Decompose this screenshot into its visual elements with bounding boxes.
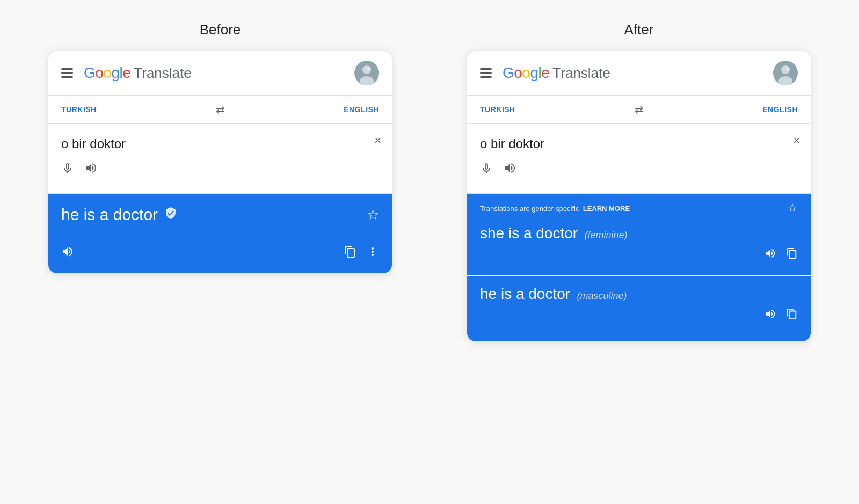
google-e: e <box>122 64 130 82</box>
before-result-right-controls <box>344 245 379 261</box>
before-result-text: he is a doctor <box>61 206 177 224</box>
after-clear-button[interactable]: × <box>793 134 800 148</box>
before-result-area: he is a doctor ☆ <box>48 194 392 273</box>
after-input-area: o bir doktor × <box>467 124 811 194</box>
masculine-copy-button[interactable] <box>786 308 798 323</box>
after-target-lang-button[interactable]: ENGLISH <box>762 105 798 114</box>
before-speaker-button[interactable] <box>85 162 98 178</box>
before-star-button[interactable]: ☆ <box>367 207 379 223</box>
before-mic-button[interactable] <box>61 162 74 178</box>
source-lang-button[interactable]: TURKISH <box>61 105 97 114</box>
google-o1: o <box>95 64 103 82</box>
translate-word: Translate <box>134 65 191 82</box>
before-copy-button[interactable] <box>344 245 356 261</box>
after-google-e: e <box>541 64 549 82</box>
after-google-g: G <box>503 64 514 82</box>
feminine-result-text: she is a doctor (feminine) <box>480 225 798 242</box>
before-input-area: o bir doktor × <box>48 124 392 194</box>
before-translation-text: he is a doctor <box>61 206 158 224</box>
masculine-translation: he is a doctor <box>480 286 570 302</box>
before-more-button[interactable] <box>366 245 379 261</box>
target-lang-button[interactable]: ENGLISH <box>344 105 379 114</box>
before-panel: Before Google Translate TURKISH ⇄ <box>32 21 408 273</box>
masculine-result-text: he is a doctor (masculine) <box>480 286 798 303</box>
feminine-controls <box>480 242 798 270</box>
after-card: Google Translate TURKISH ⇄ ENGLISH o bir… <box>467 51 811 341</box>
after-avatar[interactable] <box>773 61 798 85</box>
masculine-label: (masculine) <box>577 290 627 301</box>
hamburger-icon[interactable] <box>61 68 73 78</box>
after-speaker-button[interactable] <box>504 162 516 178</box>
google-g2: g <box>111 64 119 82</box>
shield-icon <box>164 207 177 223</box>
after-google-o1: o <box>514 64 522 82</box>
gender-notice: Translations are gender-specific. LEARN … <box>467 194 811 215</box>
before-input-controls <box>61 153 379 178</box>
after-panel: After Google Translate TURKISH ⇄ <box>451 21 827 341</box>
svg-point-7 <box>786 67 789 70</box>
before-result-controls <box>61 245 379 261</box>
before-label: Before <box>200 21 241 38</box>
before-input-text: o bir doktor <box>61 135 379 153</box>
after-google-g2: g <box>530 64 538 82</box>
feminine-label: (feminine) <box>585 230 628 240</box>
after-hamburger-icon[interactable] <box>480 68 492 78</box>
after-input-controls <box>480 153 798 178</box>
feminine-speaker-button[interactable] <box>765 247 776 262</box>
masculine-controls <box>480 303 798 331</box>
feminine-result-row: she is a doctor (feminine) <box>467 215 811 275</box>
before-header: Google Translate <box>48 51 392 96</box>
feminine-copy-button[interactable] <box>786 247 798 262</box>
swap-icon[interactable]: ⇄ <box>216 103 225 116</box>
masculine-result-row: he is a doctor (masculine) <box>467 276 811 341</box>
after-swap-icon[interactable]: ⇄ <box>635 103 644 116</box>
learn-more-button[interactable]: LEARN MORE <box>583 204 630 213</box>
after-translate-word: Translate <box>552 65 610 82</box>
after-label: After <box>624 21 654 38</box>
gender-notice-label: Translations are gender-specific. <box>480 204 581 213</box>
feminine-translation: she is a doctor <box>480 225 578 242</box>
after-star-button[interactable]: ☆ <box>787 201 798 215</box>
after-header: Google Translate <box>467 51 811 96</box>
before-lang-bar: TURKISH ⇄ ENGLISH <box>48 96 392 124</box>
svg-point-3 <box>367 67 370 70</box>
after-input-text: o bir doktor <box>480 135 798 153</box>
google-logo: Google <box>84 64 130 82</box>
avatar[interactable] <box>354 61 379 85</box>
masculine-speaker-button[interactable] <box>765 308 776 323</box>
after-lang-bar: TURKISH ⇄ ENGLISH <box>467 96 811 124</box>
google-g: G <box>84 64 95 82</box>
before-card: Google Translate TURKISH ⇄ ENGLISH o bir… <box>48 51 392 273</box>
before-result-line: he is a doctor ☆ <box>61 206 379 224</box>
google-o2: o <box>103 64 111 82</box>
after-google-logo: Google <box>503 64 549 82</box>
gender-notice-text: Translations are gender-specific. LEARN … <box>480 204 630 213</box>
after-source-lang-button[interactable]: TURKISH <box>480 105 515 114</box>
before-clear-button[interactable]: × <box>374 134 381 148</box>
after-mic-button[interactable] <box>480 162 493 178</box>
before-result-speaker-button[interactable] <box>61 245 74 261</box>
after-google-o2: o <box>522 64 530 82</box>
